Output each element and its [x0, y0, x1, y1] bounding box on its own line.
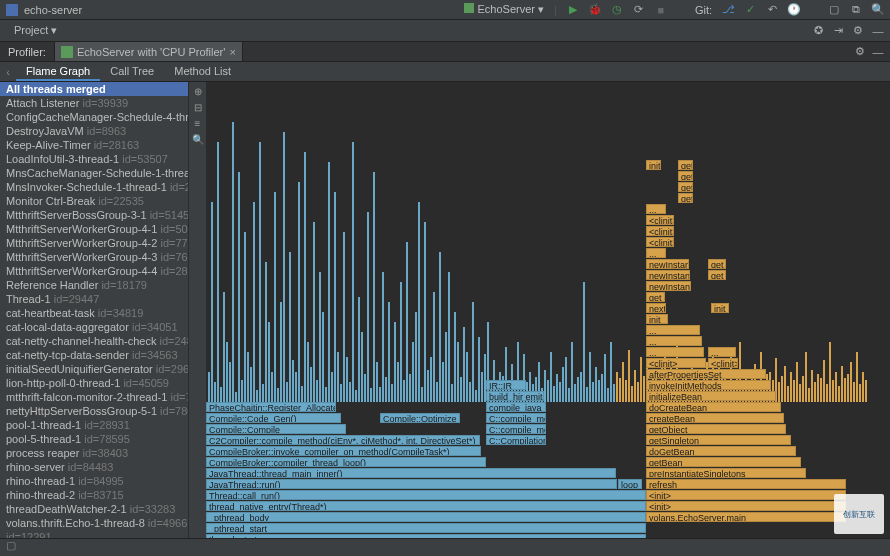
thread-item[interactable]: ConfigCacheManager-Schedule-4-thread-1 i [0, 110, 188, 124]
thread-item[interactable]: MtthriftServerWorkerGroup-4-3 id=76803 [0, 250, 188, 264]
flame-frame[interactable]: _pthread_body [206, 512, 646, 522]
thread-item[interactable]: mtthrift-falcon-monitor-2-thread-1 id=78… [0, 390, 188, 404]
flame-frame[interactable]: build_hir emit_lir [486, 391, 544, 401]
flame-frame[interactable]: get [678, 160, 693, 170]
subtab-flame-graph[interactable]: Flame Graph [16, 62, 100, 81]
flame-frame[interactable]: <clinit> [646, 237, 674, 247]
flame-frame[interactable]: initializeBean [646, 391, 776, 401]
thread-item[interactable]: lion-http-poll-0-thread-1 id=45059 [0, 376, 188, 390]
flame-frame[interactable]: preInstantiateSingletons [646, 468, 806, 478]
search-icon[interactable]: 🔍 [191, 132, 205, 146]
settings-icon[interactable]: ⚙ [852, 25, 864, 37]
flame-frame[interactable]: <init> [646, 501, 846, 511]
debug-icon[interactable]: 🐞 [589, 4, 601, 16]
flame-frame[interactable]: ... [646, 336, 702, 346]
thread-item[interactable]: Thread-1 id=29447 [0, 292, 188, 306]
flame-frame[interactable]: PhaseChaitin::Register_Allocate ... [206, 402, 336, 412]
thread-item[interactable]: DestroyJavaVM id=8963 [0, 124, 188, 138]
run-config-dropdown[interactable]: EchoServer ▾ [464, 3, 544, 16]
profiler-minimize-icon[interactable]: — [872, 46, 884, 58]
flame-graph[interactable]: initgetgetgetget...<clinit><clinit><clin… [206, 82, 890, 556]
thread-item[interactable]: initialSeedUniquifierGenerator id=29699 [0, 362, 188, 376]
flame-frame[interactable]: get [646, 292, 665, 302]
thread-item[interactable]: MnsCacheManager-Schedule-1-thread-1 id= [0, 166, 188, 180]
flame-frame[interactable]: ... [708, 347, 736, 357]
list-icon[interactable]: ≡ [191, 116, 205, 130]
flame-frame[interactable]: refresh [646, 479, 846, 489]
flame-frame[interactable]: invokeInitMethods [646, 380, 771, 390]
flame-frame[interactable]: CompileBroker::invoke_compiler_on_method… [206, 446, 481, 456]
thread-item[interactable]: cat-netty-tcp-data-sender id=34563 [0, 348, 188, 362]
subtab-call-tree[interactable]: Call Tree [100, 62, 164, 81]
thread-item[interactable]: rhino-server id=84483 [0, 460, 188, 474]
project-breadcrumb[interactable]: Project ▾ [14, 24, 57, 37]
zoom-in-icon[interactable]: ⊕ [191, 84, 205, 98]
flame-frame[interactable]: compile_java_method [486, 402, 546, 412]
flame-frame[interactable]: thread_native_entry(Thread*) [206, 501, 646, 511]
flame-frame[interactable]: <clinit> [646, 215, 674, 225]
profiler-tab[interactable]: EchoServer with 'CPU Profiler' × [55, 42, 243, 61]
tab-scroll-left-icon[interactable]: ‹ [0, 66, 16, 78]
flame-frame[interactable]: Compile::Compile [206, 424, 346, 434]
flame-frame[interactable]: JavaThread::thread_main_inner() [206, 468, 616, 478]
flame-frame[interactable]: ... [646, 248, 666, 258]
window-icon[interactable]: ⧉ [850, 4, 862, 16]
flame-frame[interactable]: ... [646, 204, 666, 214]
flame-frame[interactable]: afterPropertiesSet [646, 369, 766, 379]
flame-frame[interactable]: _pthread_start [206, 523, 646, 533]
thread-item[interactable]: MnsInvoker-Schedule-1-thread-1 id=27651 [0, 180, 188, 194]
flame-frame[interactable]: doGetBean [646, 446, 796, 456]
thread-item[interactable]: All threads merged [0, 82, 188, 96]
flame-frame[interactable]: Compile::Optimize [380, 413, 460, 423]
flame-frame[interactable]: <clinit> [646, 358, 706, 368]
thread-item[interactable]: rhino-thread-2 id=83715 [0, 488, 188, 502]
flame-frame[interactable]: ... [646, 347, 704, 357]
flame-frame[interactable]: Thread::call_run() [206, 490, 646, 500]
box-icon[interactable]: ▢ [828, 4, 840, 16]
thread-item[interactable]: cat-netty-channel-health-check id=24839 [0, 334, 188, 348]
flame-frame[interactable]: init [646, 160, 661, 170]
flame-frame[interactable]: getSingleton [646, 435, 791, 445]
zoom-out-icon[interactable]: ⊟ [191, 100, 205, 114]
git-revert-icon[interactable]: ↶ [766, 4, 778, 16]
thread-item[interactable]: MtthriftServerBossGroup-3-1 id=51459 [0, 208, 188, 222]
flame-frame[interactable]: newInstance [646, 281, 691, 291]
stop-icon[interactable]: ■ [655, 4, 667, 16]
thread-item[interactable]: MtthriftServerWorkerGroup-4-1 id=50691 [0, 222, 188, 236]
flame-frame[interactable]: init [646, 314, 668, 324]
thread-item[interactable]: pool-1-thread-1 id=28931 [0, 418, 188, 432]
thread-item[interactable]: process reaper id=38403 [0, 446, 188, 460]
minimize-icon[interactable]: — [872, 25, 884, 37]
flame-frame[interactable]: C::compile_method [486, 413, 546, 423]
thread-item[interactable]: LoadInfoUtil-3-thread-1 id=53507 [0, 152, 188, 166]
flame-frame[interactable]: <init> [646, 490, 846, 500]
flame-frame[interactable]: init [711, 303, 729, 313]
flame-frame[interactable]: getBean [646, 457, 801, 467]
profile-icon[interactable]: ◷ [611, 4, 623, 16]
thread-item[interactable]: volans.thrift.Echo-1-thread-8 id=49667 [0, 516, 188, 530]
subtab-method-list[interactable]: Method List [164, 62, 241, 81]
close-tab-icon[interactable]: × [229, 46, 235, 58]
thread-item[interactable]: Reference Handler id=18179 [0, 278, 188, 292]
statusbar-icon[interactable]: ▢ [0, 537, 22, 553]
flame-frame[interactable]: <clinit> [646, 226, 674, 236]
thread-item[interactable]: threadDeathWatcher-2-1 id=33283 [0, 502, 188, 516]
git-branch-icon[interactable]: ⎇ [722, 4, 734, 16]
flame-frame[interactable]: get [708, 259, 726, 269]
flame-frame[interactable]: C::Compilation [486, 435, 546, 445]
flame-frame[interactable]: JavaThread::run() [206, 479, 617, 489]
thread-item[interactable]: Keep-Alive-Timer id=28163 [0, 138, 188, 152]
thread-item[interactable]: cat-local-data-aggregator id=34051 [0, 320, 188, 334]
flame-frame[interactable]: loop [618, 479, 642, 489]
flame-frame[interactable]: next [646, 303, 666, 313]
flame-frame[interactable]: CompileBroker::compiler_thread_loop() [206, 457, 486, 467]
profiler-settings-icon[interactable]: ⚙ [854, 46, 866, 58]
flame-frame[interactable]: <clinit> [708, 358, 738, 368]
flame-frame[interactable]: IR::IR [486, 380, 526, 390]
flame-frame[interactable]: volans.EchoServer.main [646, 512, 846, 522]
flame-frame[interactable]: get [678, 193, 693, 203]
flame-frame[interactable]: doCreateBean [646, 402, 781, 412]
git-commit-icon[interactable]: ✓ [744, 4, 756, 16]
collapse-icon[interactable]: ⇥ [832, 25, 844, 37]
attach-icon[interactable]: ⟳ [633, 4, 645, 16]
